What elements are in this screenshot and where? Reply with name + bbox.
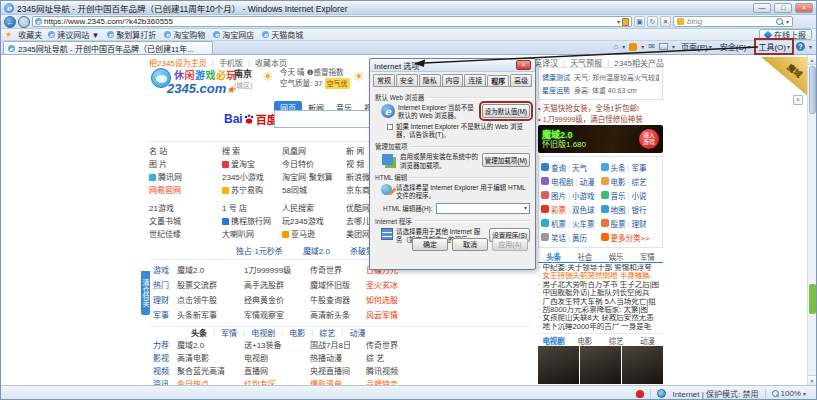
section-link[interactable]: 腾讯视频 (366, 365, 531, 378)
search-dropdown-icon[interactable]: ▾ (786, 19, 789, 25)
text-ad-link[interactable]: 天猫快抢女装，全场1折包邮! (538, 103, 663, 114)
section-tab-4[interactable]: 综艺 (319, 327, 335, 338)
dialog-tab-0[interactable]: 常规 (373, 74, 395, 86)
home-dropdown-icon[interactable]: ▾ (622, 44, 625, 50)
print-button[interactable] (659, 43, 668, 50)
site-link[interactable]: 世纪佳缘 (149, 228, 222, 241)
site-link[interactable]: 爱淘宝 (222, 158, 282, 171)
section-tab-0[interactable]: 头条 (191, 327, 207, 338)
ok-button[interactable]: 确定 (412, 238, 448, 251)
site-link[interactable]: 名 站 (149, 145, 222, 158)
news-item[interactable]: 刮8000万元彩票降临家: 太繁|图 (538, 306, 663, 314)
quick-link[interactable]: 地图 (611, 204, 626, 215)
feeds-dropdown-icon[interactable]: ▾ (641, 44, 644, 50)
site-link[interactable]: 58同城 (282, 184, 346, 197)
page-menu[interactable]: 页面(P)▾ (679, 40, 714, 53)
section-link[interactable]: 今日热点 (177, 378, 244, 385)
quick-link[interactable]: 理财 (631, 218, 646, 229)
quick-link[interactable]: 黄历 (572, 232, 587, 243)
favorites-star-icon[interactable]: ★ (5, 31, 12, 39)
category-link[interactable]: 如何选股 (366, 293, 531, 308)
site-link[interactable]: 凤凰网 (282, 145, 346, 158)
news-item[interactable]: 女主持镜头前突然倒地 半身瘫痪 (538, 272, 663, 280)
promo-link[interactable]: 独占·1元秒杀 (236, 245, 283, 256)
category-link[interactable]: 高清新头条 (310, 308, 366, 323)
quick-link[interactable]: 电视剧 (551, 176, 574, 187)
quick-link[interactable]: 小游戏 (572, 190, 595, 201)
section-row-label[interactable]: 视频 (153, 365, 177, 378)
favorites-bar-item-0[interactable]: e建议网站 ▼ (48, 29, 99, 40)
category-link[interactable]: 传奇世界 (310, 263, 366, 278)
section-link[interactable]: 高清电影 (177, 352, 244, 365)
quick-link[interactable]: 音乐 (611, 190, 626, 201)
section-tab-3[interactable]: 电影 (289, 327, 305, 338)
weather-module[interactable]: 南京 (城区) ☀ 今天 晴 ❶感冒指数 空气质量: 37 空气优 (234, 67, 364, 90)
category-link[interactable]: 魔域2.0 (177, 263, 244, 278)
quick-link[interactable]: 股票 (611, 218, 626, 229)
address-dropdown-icon[interactable]: ▾ (617, 19, 620, 25)
quick-link[interactable]: 笑话 (551, 232, 566, 243)
scroll-up-icon[interactable]: ▲ (808, 55, 816, 65)
help-button[interactable]: ? (796, 42, 805, 51)
dialog-close-button[interactable]: × (516, 60, 531, 70)
compatibility-view-button[interactable]: ▣ (634, 16, 645, 27)
quick-link[interactable]: 双色球 (572, 204, 595, 215)
category-label[interactable]: 理财 (153, 293, 177, 308)
online-report-button[interactable]: 在线上报 (759, 29, 812, 40)
peel-ad-close-icon[interactable]: × (793, 95, 803, 105)
home-button[interactable]: ⌂ (613, 43, 618, 51)
dialog-tab-1[interactable]: 安全 (396, 74, 418, 86)
site-link[interactable]: 携程旅行网 (222, 215, 282, 228)
favorites-bar-item-3[interactable]: e淘宝网店 (213, 29, 254, 40)
quick-link[interactable]: 电影 (611, 176, 626, 187)
news-item[interactable]: 广西发生特大车祸 5人当场死亡|组 (538, 298, 663, 306)
section-link[interactable]: 国战7月8日 (310, 339, 366, 352)
category-link[interactable]: 圣火玄冰 (366, 278, 531, 293)
category-link[interactable]: 1刀999999级 (244, 263, 310, 278)
favorites-bar-item-2[interactable]: e淘宝购物 (164, 29, 205, 40)
site-link[interactable]: 21游戏 (149, 202, 222, 215)
video-tab-2[interactable]: 综艺 (601, 335, 632, 346)
widget-label[interactable]: 星座运势 (542, 85, 570, 95)
section-link[interactable]: 综 艺 (366, 352, 531, 365)
back-button[interactable]: ← (4, 16, 16, 28)
game-banner-play-badge[interactable]: 进入游戏 (639, 129, 659, 149)
section-link[interactable]: 送+13装备 (244, 339, 310, 352)
address-input[interactable]: e https://www.2345.com/?k42b360555 ▾ (32, 16, 632, 27)
category-label[interactable]: 军事 (153, 308, 177, 323)
category-link[interactable]: 军情观察室 (244, 308, 310, 323)
favorites-bar-item-4[interactable]: e天猫商城 (262, 29, 303, 40)
html-editor-select[interactable]: ▾ (436, 203, 530, 214)
news-item[interactable]: 地下沉睡2000年的古尸 一身是毛 (538, 323, 663, 331)
section-link[interactable]: 红包专区 (244, 378, 310, 385)
quick-link[interactable]: 天气 (572, 162, 587, 173)
dialog-tab-3[interactable]: 内容 (442, 74, 464, 86)
video-tab-1[interactable]: 电影 (569, 335, 600, 346)
section-link[interactable]: 直播网 (244, 365, 310, 378)
site-link[interactable]: 图 片 (149, 158, 222, 171)
quick-link[interactable]: 头条 (611, 162, 626, 173)
category-label[interactable]: 游戏 (153, 263, 177, 278)
stop-button[interactable]: × (660, 16, 671, 27)
maximize-button[interactable]: □ (774, 3, 792, 13)
site-logo-slogan[interactable]: 休闲游戏必玩 (174, 67, 237, 82)
video-tab-3[interactable]: 动漫 (632, 335, 663, 346)
scroll-down-icon[interactable]: ▼ (808, 375, 816, 385)
quick-link[interactable]: 综艺 (631, 176, 646, 187)
section-row-label[interactable]: 影视 (153, 352, 177, 365)
news-tab-2[interactable]: 娱乐 (601, 251, 632, 262)
news-item[interactable]: 女孩爬山失联8天 获救后安然无恙 (538, 314, 663, 322)
apply-button[interactable]: 应用(A) (492, 238, 528, 251)
site-link[interactable]: 1 号 店 (222, 202, 282, 215)
zoom-dropdown-icon[interactable]: ▾ (803, 391, 806, 397)
game-banner-ad[interactable]: 魔域2.0 怀旧版1.680 进入游戏 (538, 125, 663, 153)
category-link[interactable]: 风云军情 (366, 308, 531, 323)
site-link[interactable]: 淘宝网·聚划算 (282, 171, 346, 184)
quick-link[interactable]: 查询 (551, 162, 566, 173)
feeds-button[interactable] (629, 43, 637, 51)
print-dropdown-icon[interactable]: ▾ (672, 44, 675, 50)
minimize-button[interactable]: — (753, 3, 771, 13)
quick-link[interactable]: 图片 (551, 190, 566, 201)
section-link[interactable]: 聚合蓝光高清 (177, 365, 244, 378)
peel-corner-ad[interactable]: 魔域 (761, 57, 809, 97)
